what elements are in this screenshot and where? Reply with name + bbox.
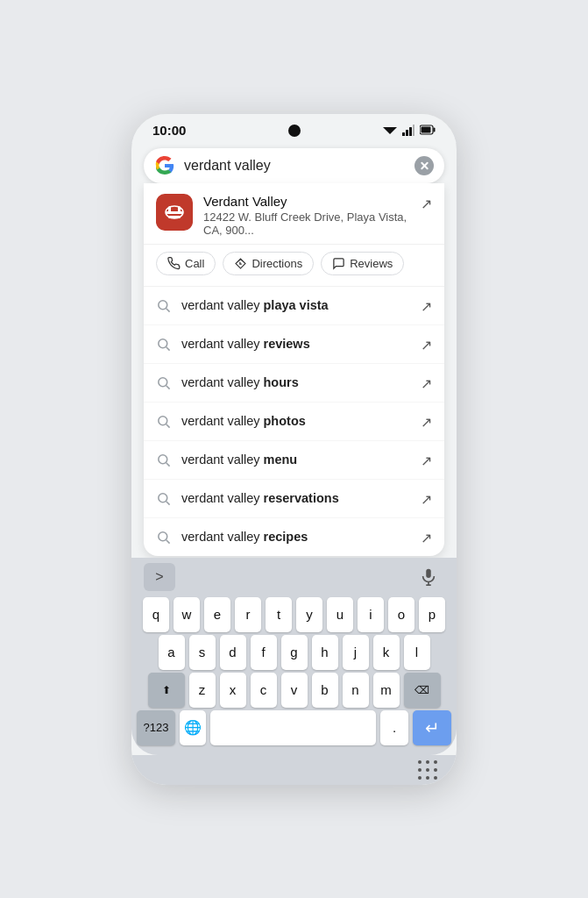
suggestion-item-0[interactable]: verdant valley playa vista↗ — [144, 287, 444, 325]
status-bar: 10:00 — [131, 114, 457, 143]
suggestion-arrow-icon-6: ↗ — [421, 530, 432, 546]
search-icon — [156, 375, 171, 390]
search-bar[interactable] — [144, 148, 444, 183]
suggestion-arrow-icon-5: ↗ — [421, 491, 432, 508]
nav-dot — [426, 760, 429, 764]
suggestion-text-1: verdant valley reviews — [181, 337, 410, 351]
wifi-icon — [383, 125, 397, 135]
svg-rect-28 — [426, 568, 431, 577]
svg-rect-4 — [409, 127, 412, 136]
suggestion-arrow-icon-3: ↗ — [421, 414, 432, 431]
suggestion-item-4[interactable]: verdant valley menu↗ — [144, 441, 444, 480]
keyboard-key-x[interactable]: x — [220, 673, 246, 708]
svg-rect-5 — [413, 125, 414, 136]
keyboard-key-g[interactable]: g — [281, 635, 308, 670]
keyboard-key-y[interactable]: y — [296, 597, 322, 632]
keyboard: > qwertyuiop asdfghjkl ⬆zxcvbnm⌫ ?123 🌐 … — [131, 558, 457, 755]
suggestion-item-5[interactable]: verdant valley reservations↗ — [144, 480, 444, 518]
svg-point-26 — [159, 531, 167, 540]
svg-point-24 — [159, 493, 167, 502]
signal-icon — [402, 125, 414, 136]
call-button[interactable]: Call — [156, 252, 216, 275]
reviews-button[interactable]: Reviews — [321, 252, 404, 275]
keyboard-key-w[interactable]: w — [174, 597, 200, 632]
keyboard-key-a[interactable]: a — [159, 635, 185, 670]
nav-dot — [434, 776, 437, 780]
search-dropdown: Verdant Valley 12422 W. Bluff Creek Driv… — [144, 183, 444, 556]
suggestion-text-2: verdant valley hours — [181, 375, 410, 389]
keyboard-key-k[interactable]: k — [373, 635, 400, 670]
suggestion-item-6[interactable]: verdant valley recipes↗ — [144, 518, 444, 556]
nav-dot — [434, 768, 437, 772]
directions-button[interactable]: Directions — [223, 252, 314, 275]
search-icon — [156, 530, 171, 545]
keyboard-key-t[interactable]: t — [266, 597, 292, 632]
keyboard-row-3: ⬆zxcvbnm⌫ — [137, 673, 451, 708]
keyboard-key-i[interactable]: i — [358, 597, 384, 632]
clear-button[interactable] — [414, 156, 434, 175]
svg-line-17 — [166, 346, 170, 350]
keyboard-key-u[interactable]: u — [327, 597, 353, 632]
keyboard-key-r[interactable]: r — [235, 597, 261, 632]
keyboard-key-m[interactable]: m — [373, 673, 400, 708]
google-logo — [154, 155, 175, 176]
business-logo-icon — [156, 194, 193, 231]
keyboard-globe-key[interactable]: 🌐 — [180, 710, 206, 745]
business-name: Verdant Valley — [203, 194, 410, 209]
keyboard-enter-key[interactable]: ↵ — [413, 710, 451, 745]
keyboard-key-o[interactable]: o — [388, 597, 414, 632]
business-arrow-icon: ↗ — [421, 196, 432, 212]
suggestion-arrow-icon-1: ↗ — [421, 337, 432, 353]
business-address: 12422 W. Bluff Creek Drive, Playa Vista,… — [203, 210, 410, 237]
svg-line-27 — [166, 539, 170, 543]
keyboard-key-s[interactable]: s — [189, 635, 216, 670]
svg-line-15 — [166, 308, 170, 311]
keyboard-shift-key[interactable]: ⬆ — [148, 673, 185, 708]
svg-rect-3 — [406, 130, 408, 136]
keyboard-num-key[interactable]: ?123 — [137, 710, 175, 745]
action-buttons: Call Directions Reviews — [144, 245, 444, 287]
keyboard-key-p[interactable]: p — [419, 597, 445, 632]
keyboard-key-v[interactable]: v — [281, 673, 308, 708]
keyboard-key-b[interactable]: b — [312, 673, 338, 708]
keyboard-key-n[interactable]: n — [343, 673, 369, 708]
phone-icon — [167, 257, 181, 270]
keyboard-period-key[interactable]: . — [380, 710, 408, 745]
keyboard-key-d[interactable]: d — [220, 635, 246, 670]
nav-dot — [418, 768, 422, 772]
svg-line-25 — [166, 501, 170, 504]
search-icon — [156, 337, 171, 352]
suggestion-text-4: verdant valley menu — [181, 453, 410, 467]
keyboard-backspace-key[interactable]: ⌫ — [404, 673, 441, 708]
svg-line-19 — [166, 385, 170, 388]
nav-dot — [426, 768, 429, 772]
keyboard-top-bar: > — [131, 558, 457, 595]
reviews-label: Reviews — [350, 257, 393, 270]
search-icon — [156, 414, 171, 429]
svg-point-14 — [159, 300, 167, 309]
suggestion-item-2[interactable]: verdant valley hours↗ — [144, 364, 444, 403]
suggestion-text-3: verdant valley photos — [181, 414, 410, 428]
keyboard-key-c[interactable]: c — [251, 673, 277, 708]
keyboard-key-z[interactable]: z — [189, 673, 216, 708]
suggestion-text-5: verdant valley reservations — [181, 491, 410, 505]
camera-dot — [288, 125, 301, 137]
search-icon — [156, 491, 171, 506]
search-input[interactable] — [184, 158, 406, 174]
keyboard-key-h[interactable]: h — [312, 635, 338, 670]
keyboard-key-l[interactable]: l — [404, 635, 430, 670]
restaurant-icon — [163, 201, 186, 224]
keyboard-key-e[interactable]: e — [204, 597, 230, 632]
keyboard-key-q[interactable]: q — [143, 597, 169, 632]
keyboard-expand-button[interactable]: > — [144, 563, 175, 591]
suggestion-item-1[interactable]: verdant valley reviews↗ — [144, 325, 444, 364]
suggestion-text-6: verdant valley recipes — [181, 530, 410, 544]
keyboard-key-f[interactable]: f — [251, 635, 277, 670]
business-result[interactable]: Verdant Valley 12422 W. Bluff Creek Driv… — [144, 183, 444, 245]
keyboard-key-j[interactable]: j — [343, 635, 369, 670]
nav-dot — [434, 760, 437, 764]
keyboard-space-key[interactable] — [210, 710, 376, 745]
keyboard-mic-button[interactable] — [413, 563, 444, 591]
keyboard-row-1: qwertyuiop — [137, 597, 451, 632]
suggestion-item-3[interactable]: verdant valley photos↗ — [144, 403, 444, 441]
